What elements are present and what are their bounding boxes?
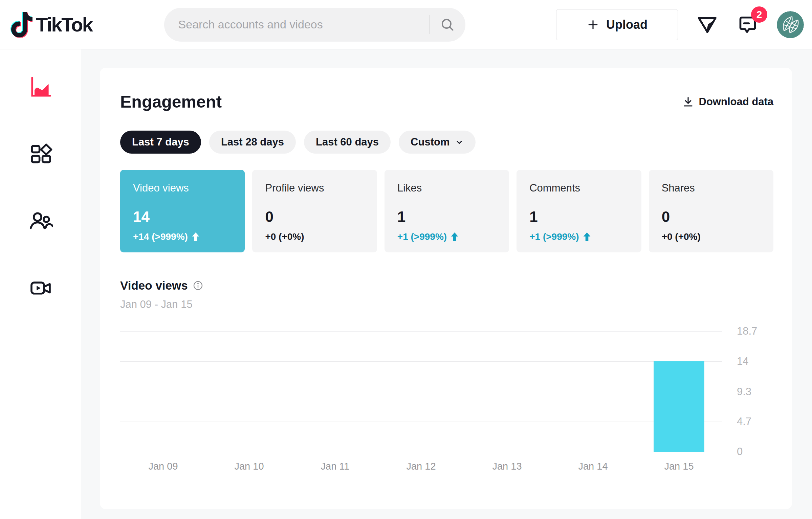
content-area: Engagement Download data Last 7 daysLast… [0, 49, 812, 519]
avatar[interactable] [777, 11, 804, 38]
x-axis-tick-label: Jan 12 [378, 461, 464, 472]
range-pill-last-7-days[interactable]: Last 7 days [120, 131, 201, 154]
x-axis-tick-label: Jan 13 [464, 461, 550, 472]
chart-gridline [120, 392, 722, 392]
search-icon [440, 18, 455, 32]
chart-title: Video views [120, 279, 188, 292]
plus-icon [587, 18, 599, 31]
upload-button-label: Upload [606, 18, 648, 32]
sidebar-item-content[interactable] [22, 142, 59, 166]
search-button[interactable] [430, 8, 465, 42]
download-icon [682, 96, 694, 108]
metric-card-shares[interactable]: Shares0+0 (+0%) [649, 170, 773, 252]
sidebar-item-analytics[interactable] [22, 75, 59, 99]
metric-card-profile-views[interactable]: Profile views0+0 (+0%) [252, 170, 377, 252]
metric-delta-text: +1 (>999%) [397, 231, 447, 242]
x-axis-spacer [722, 461, 773, 472]
x-axis-tick-label: Jan 14 [550, 461, 636, 472]
top-header: TikTok Upload [0, 0, 812, 49]
x-axis-tick-label: Jan 10 [206, 461, 292, 472]
date-range-pills: Last 7 daysLast 28 daysLast 60 daysCusto… [120, 131, 773, 154]
metric-label: Likes [397, 182, 496, 194]
metric-delta-text: +14 (>999%) [133, 231, 188, 242]
chart-x-axis: Jan 09Jan 10Jan 11Jan 12Jan 13Jan 14Jan … [120, 461, 722, 472]
range-pill-label: Custom [411, 136, 449, 148]
range-pill-last-60-days[interactable]: Last 60 days [304, 131, 391, 154]
range-pill-last-28-days[interactable]: Last 28 days [209, 131, 296, 154]
metric-label: Profile views [265, 182, 364, 194]
metric-label: Video views [133, 182, 232, 194]
metric-delta: +1 (>999%) [529, 231, 628, 242]
followers-icon [28, 209, 53, 233]
metric-value: 0 [662, 208, 761, 225]
metric-cards: Video views14+14 (>999%)Profile views0+0… [120, 170, 773, 252]
chart-plot-area [120, 332, 722, 452]
metric-card-video-views[interactable]: Video views14+14 (>999%) [120, 170, 245, 252]
y-axis-tick-label: 0 [737, 446, 743, 458]
info-icon[interactable] [193, 280, 203, 291]
up-arrow-icon [583, 232, 591, 241]
messages-badge: 2 [751, 6, 767, 23]
sidebar-item-videos[interactable] [22, 276, 59, 300]
chart-gridline [120, 422, 722, 422]
share-button[interactable] [696, 13, 719, 36]
up-arrow-icon [450, 232, 459, 241]
metric-card-comments[interactable]: Comments1+1 (>999%) [517, 170, 641, 252]
apps-grid-icon [28, 142, 53, 166]
y-axis-tick-label: 14 [737, 355, 748, 367]
sidebar-item-followers[interactable] [22, 209, 59, 233]
metric-value: 1 [397, 208, 496, 225]
chart-bar-jan-15[interactable] [654, 361, 704, 452]
metric-delta-text: +0 (+0%) [265, 231, 304, 242]
range-pill-label: Last 28 days [221, 136, 284, 148]
y-axis-tick-label: 9.3 [737, 386, 751, 398]
chart-gridline [120, 452, 722, 452]
metric-label: Shares [662, 182, 761, 194]
tiktok-logo-text: TikTok [36, 13, 92, 36]
x-axis-tick-label: Jan 11 [292, 461, 378, 472]
range-pill-label: Last 7 days [132, 136, 189, 148]
metric-delta: +0 (+0%) [265, 231, 364, 242]
upload-button[interactable]: Upload [556, 9, 678, 40]
chart-gridline [120, 331, 722, 332]
main-panel: Engagement Download data Last 7 daysLast… [81, 49, 812, 519]
y-axis-tick-label: 18.7 [737, 325, 757, 337]
search-bar [164, 8, 465, 42]
chart-date-range: Jan 09 - Jan 15 [120, 298, 773, 311]
range-pill-custom[interactable]: Custom [399, 131, 476, 154]
metric-delta-text: +0 (+0%) [662, 231, 701, 242]
x-axis-tick-label: Jan 15 [636, 461, 722, 472]
video-camera-icon [28, 276, 53, 300]
download-data-button[interactable]: Download data [682, 96, 773, 108]
metric-delta: +0 (+0%) [662, 231, 761, 242]
search-input[interactable] [164, 18, 429, 31]
header-actions: Upload 2 [556, 9, 804, 40]
tiktok-note-icon [10, 12, 32, 38]
engagement-card: Engagement Download data Last 7 daysLast… [100, 68, 792, 509]
download-data-label: Download data [699, 96, 773, 108]
metric-delta: +14 (>999%) [133, 231, 232, 242]
metric-delta: +1 (>999%) [397, 231, 496, 242]
x-axis-tick-label: Jan 09 [120, 461, 206, 472]
chart-gridline [120, 361, 722, 362]
paper-plane-icon [696, 13, 719, 36]
chevron-down-icon [455, 138, 464, 146]
metric-card-likes[interactable]: Likes1+1 (>999%) [385, 170, 509, 252]
chart-y-axis: 04.79.31418.7 [722, 332, 773, 452]
metric-value: 14 [133, 208, 232, 225]
tiktok-analytics-page: TikTok Upload [0, 0, 812, 519]
area-chart-icon [28, 75, 53, 99]
up-arrow-icon [191, 232, 200, 241]
sidebar [0, 49, 81, 519]
metric-label: Comments [529, 182, 628, 194]
metric-value: 0 [265, 208, 364, 225]
metric-delta-text: +1 (>999%) [529, 231, 579, 242]
y-axis-tick-label: 4.7 [737, 415, 751, 428]
range-pill-label: Last 60 days [316, 136, 379, 148]
messages-button[interactable]: 2 [736, 13, 759, 36]
bar-chart: 04.79.31418.7 [120, 332, 773, 452]
tiktok-logo[interactable]: TikTok [10, 12, 92, 38]
page-title: Engagement [120, 92, 222, 112]
metric-value: 1 [529, 208, 628, 225]
